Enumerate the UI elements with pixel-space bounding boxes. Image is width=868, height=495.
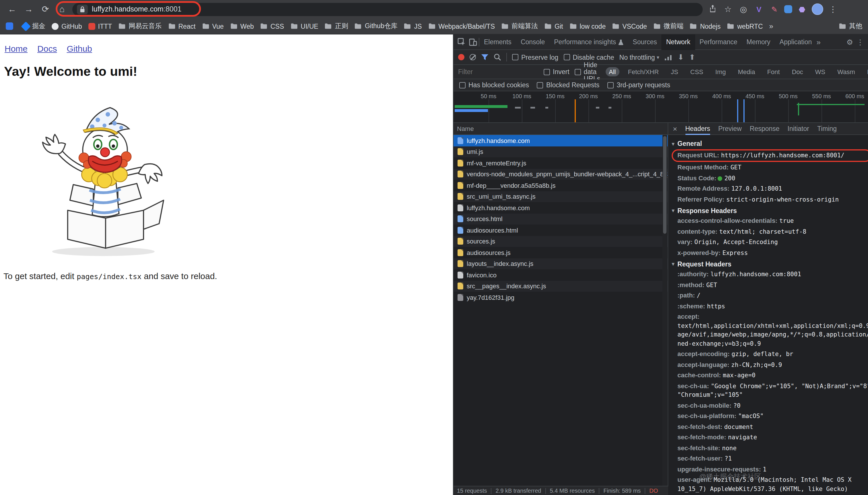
details-tab-preview[interactable]: Preview — [718, 123, 742, 135]
bookmark-folder[interactable]: webRTC — [727, 23, 763, 30]
request-row[interactable]: audiosources.html — [453, 224, 667, 236]
export-har-icon[interactable]: ⬆ — [689, 53, 695, 62]
bookmark-folder[interactable]: Webpack/Babel/TS — [428, 23, 495, 30]
home-icon[interactable]: ⌂ — [56, 3, 68, 16]
device-toolbar-icon[interactable] — [467, 36, 479, 48]
nav-link-home[interactable]: Home — [5, 44, 28, 53]
bookmark-item-juejin[interactable]: 掘金 — [22, 22, 45, 31]
preserve-log-checkbox[interactable]: Preserve log — [512, 54, 558, 61]
site-lock-chip[interactable] — [77, 4, 88, 14]
bookmark-folder[interactable]: Git — [544, 23, 563, 30]
nav-link-github[interactable]: Github — [67, 44, 92, 53]
section-general[interactable]: General — [668, 138, 868, 149]
search-icon[interactable] — [494, 53, 501, 61]
request-row[interactable]: yay.7d162f31.jpg — [453, 292, 667, 303]
bookmark-folder[interactable]: 网易云音乐 — [118, 22, 161, 31]
request-row[interactable]: audiosources.js — [453, 247, 667, 258]
extensions-puzzle-icon[interactable]: ⬣ — [796, 5, 808, 14]
reload-icon[interactable]: ⟳ — [39, 3, 52, 16]
bookmark-folder[interactable]: CSS — [260, 23, 284, 30]
has-blocked-cookies-checkbox[interactable]: Has blocked cookies — [459, 82, 529, 88]
request-row[interactable]: layouts__index.async.js — [453, 258, 667, 269]
tabs-overflow-icon[interactable]: » — [816, 38, 820, 46]
disable-cache-checkbox[interactable]: Disable cache — [563, 54, 614, 61]
tab-application[interactable]: Application — [775, 34, 817, 50]
filter-funnel-icon[interactable] — [481, 54, 488, 60]
filter-pill-wasm[interactable]: Wasm — [834, 67, 858, 76]
bookmark-folder[interactable]: VSCode — [612, 23, 647, 30]
request-row[interactable]: mf-dep____vendor.a5a55a8b.js — [453, 180, 667, 191]
bookmark-folder[interactable]: 正则 — [325, 22, 348, 31]
filter-pill-media[interactable]: Media — [734, 67, 759, 76]
filter-pill-doc[interactable]: Doc — [788, 67, 806, 76]
headers-content[interactable]: General Request URL: https://luffyzh.han… — [668, 135, 868, 495]
bookmark-folder[interactable]: JS — [404, 23, 422, 30]
extension-pen-icon[interactable]: ✎ — [769, 5, 780, 14]
share-icon[interactable] — [707, 4, 718, 14]
request-row[interactable]: luffyzh.handsome.com — [453, 135, 667, 146]
bookmark-folder[interactable]: low code — [569, 23, 606, 30]
record-network-log-icon[interactable] — [458, 54, 465, 60]
tab-sources[interactable]: Sources — [628, 34, 661, 50]
forward-icon[interactable]: → — [22, 3, 35, 16]
filter-pill-font[interactable]: Font — [764, 67, 783, 76]
details-tab-timing[interactable]: Timing — [817, 123, 837, 135]
tab-elements[interactable]: Elements — [479, 34, 516, 50]
filter-pill-all[interactable]: All — [605, 67, 619, 76]
details-tab-response[interactable]: Response — [750, 123, 780, 135]
request-row[interactable]: umi.js — [453, 146, 667, 157]
details-tab-initiator[interactable]: Initiator — [788, 123, 809, 135]
filter-pill-js[interactable]: JS — [667, 67, 682, 76]
filter-pill-fetch-xhr[interactable]: Fetch/XHR — [625, 67, 662, 76]
section-request-headers[interactable]: Request Headers — [668, 258, 868, 269]
section-response-headers[interactable]: Response Headers — [668, 205, 868, 216]
tab-performance[interactable]: Performance — [695, 34, 742, 50]
profile-avatar[interactable] — [812, 3, 823, 15]
request-row[interactable]: luffyzh.handsome.com — [453, 202, 667, 213]
bookmark-item-github[interactable]: GitHub — [52, 23, 82, 30]
tab-memory[interactable]: Memory — [742, 34, 775, 50]
network-conditions-icon[interactable] — [664, 54, 673, 61]
request-row[interactable]: sources.html — [453, 213, 667, 224]
clear-network-log-icon[interactable] — [470, 54, 476, 60]
request-row[interactable]: src__pages__index.async.js — [453, 280, 667, 292]
tab-performance-insights[interactable]: Performance insights — [550, 34, 628, 50]
request-row[interactable]: src_umi_umi_ts.async.js — [453, 191, 667, 202]
request-row[interactable]: mf-va_remoteEntry.js — [453, 157, 667, 169]
bookmark-folder[interactable]: Github仓库 — [354, 22, 398, 31]
extension-circle-icon[interactable]: ◎ — [738, 5, 749, 14]
address-bar[interactable]: luffyzh.handsome.com:8001 — [72, 3, 703, 16]
filter-pill-img[interactable]: Img — [712, 67, 729, 76]
bookmark-folder[interactable]: 微前端 — [653, 22, 683, 31]
browser-menu-icon[interactable]: ⋮ — [827, 5, 839, 14]
nav-link-docs[interactable]: Docs — [37, 44, 57, 53]
filter-pill-css[interactable]: CSS — [687, 67, 707, 76]
back-icon[interactable]: ← — [6, 3, 18, 16]
inspect-element-icon[interactable] — [456, 36, 467, 48]
details-tab-headers[interactable]: Headers — [685, 123, 710, 135]
blocked-requests-checkbox[interactable]: Blocked Requests — [537, 82, 599, 88]
scrollbar-thumb[interactable] — [663, 136, 666, 234]
other-bookmarks-folder[interactable]: 其他 — [839, 22, 862, 31]
network-filter-input[interactable] — [458, 68, 538, 75]
close-details-icon[interactable]: × — [673, 124, 677, 133]
bookmark-folder[interactable]: UI/UE — [291, 23, 318, 30]
bookmark-folder[interactable]: 前端算法 — [501, 22, 538, 31]
network-timeline-overview[interactable]: 50 ms 100 ms 150 ms 200 ms 250 ms 300 ms… — [453, 91, 868, 123]
filter-pill-manifest[interactable]: Manifest — [864, 67, 868, 76]
bookmark-folder[interactable]: Web — [230, 23, 254, 30]
extension-blue-icon[interactable] — [784, 5, 792, 13]
devtools-menu-icon[interactable]: ⋮ — [856, 38, 864, 46]
import-har-icon[interactable]: ⬇ — [678, 53, 684, 62]
request-list-scrollbar[interactable] — [662, 135, 667, 486]
bookmark-folder[interactable]: Nodejs — [690, 23, 721, 30]
bookmarks-overflow-chevron[interactable]: » — [769, 22, 773, 31]
tab-console[interactable]: Console — [516, 34, 550, 50]
bookmark-folder[interactable]: Vue — [202, 23, 224, 30]
bookmark-folder[interactable]: React — [168, 23, 195, 30]
devtools-settings-icon[interactable]: ⚙ — [847, 38, 853, 46]
request-row[interactable]: sources.js — [453, 236, 667, 247]
tab-network[interactable]: Network — [662, 34, 695, 50]
filter-pill-ws[interactable]: WS — [812, 67, 829, 76]
request-row[interactable]: vendors-node_modules_pnpm_umijs_bundler-… — [453, 169, 667, 180]
